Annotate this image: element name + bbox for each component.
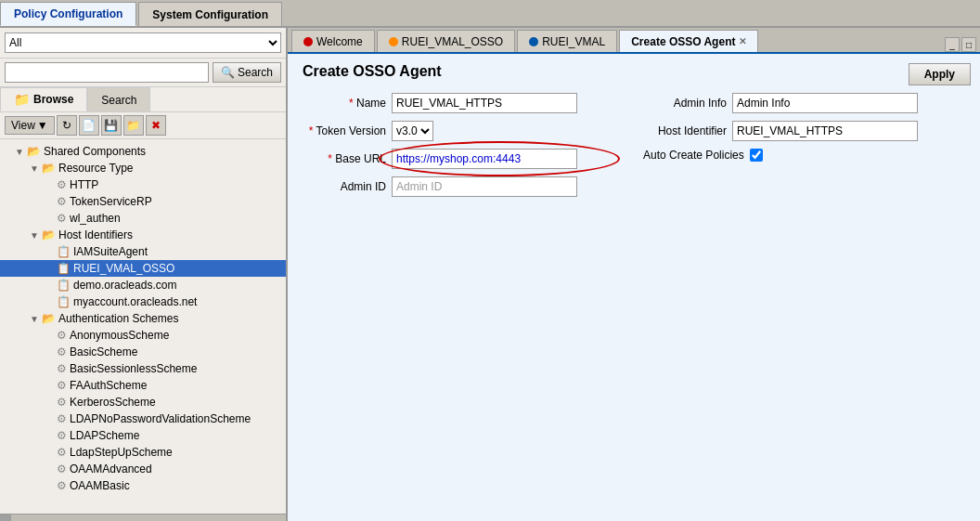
filter-select[interactable]: All [5, 33, 281, 53]
tree-node[interactable]: ⚙HTTP [0, 176, 286, 193]
chevron-down-icon: ▼ [37, 119, 48, 132]
search-row: 🔍 Search [0, 59, 286, 87]
document-icon: 📋 [57, 279, 71, 292]
folder-icon: 📂 [42, 228, 56, 241]
delete-button[interactable]: ✖ [146, 115, 166, 136]
refresh-button[interactable]: ↻ [57, 115, 77, 136]
folder-icon: 📂 [27, 145, 41, 158]
tree-container[interactable]: ▼📂Shared Components▼📂Resource Type ⚙HTTP… [0, 139, 286, 514]
ruei-vmal-tab-icon [529, 37, 538, 46]
base-url-input[interactable] [392, 149, 577, 169]
tree-node-label: Shared Components [44, 145, 146, 158]
tree-node[interactable]: ▼📂Shared Components [0, 143, 286, 160]
tree-node-label: Host Identifiers [58, 228, 133, 241]
tab-system-configuration[interactable]: System Configuration [138, 2, 282, 26]
admin-info-row: Admin Info [643, 93, 965, 113]
document-icon: 📋 [57, 262, 71, 275]
folder-icon: 📁 [14, 92, 30, 107]
name-label: Name [303, 97, 386, 110]
resize-handle[interactable] [0, 514, 11, 522]
tab-create-osso-agent[interactable]: Create OSSO Agent ✕ [619, 30, 758, 52]
admin-info-label: Admin Info [643, 97, 727, 110]
document-icon: 📋 [57, 295, 71, 308]
tree-node[interactable]: ▼📂Authentication Schemes [0, 310, 286, 327]
auto-create-row: Auto Create Policies [643, 149, 965, 162]
tree-node-label: BasicSessionlessScheme [70, 362, 197, 375]
host-identifier-input[interactable] [732, 121, 918, 141]
auto-create-checkbox[interactable] [750, 149, 763, 162]
new-folder-button[interactable]: 📁 [123, 115, 144, 136]
gear-icon: ⚙ [57, 329, 67, 342]
view-button[interactable]: View ▼ [5, 116, 55, 135]
tree-node-label: myaccount.oracleads.net [73, 295, 197, 308]
tree-node[interactable]: 📋myaccount.oracleads.net [0, 293, 286, 310]
tab-close-icon[interactable]: ✕ [739, 36, 746, 46]
tree-node-label: LDAPScheme [70, 429, 139, 442]
page-title: Create OSSO Agent [303, 63, 965, 80]
main-container: All 🔍 Search 📁 Browse Search View [0, 28, 980, 521]
search-button[interactable]: 🔍 Search [213, 62, 281, 83]
tree-node[interactable]: ⚙TokenServiceRP [0, 193, 286, 210]
tree-node[interactable]: ⚙BasicScheme [0, 344, 286, 360]
tree-node[interactable]: ⚙LDAPScheme [0, 427, 286, 444]
form-right: Admin Info Host Identifier Auto Create P… [643, 93, 965, 197]
expand-icon: ▼ [15, 147, 24, 157]
tree-node[interactable]: ⚙LDAPNoPasswordValidationScheme [0, 410, 286, 427]
left-panel: All 🔍 Search 📁 Browse Search View [0, 28, 288, 521]
tree-node[interactable]: ⚙wl_authen [0, 210, 286, 227]
tree-node[interactable]: ⚙OAAMBasic [0, 477, 286, 494]
tree-node[interactable]: ▼📂Host Identifiers [0, 227, 286, 243]
tab-browse[interactable]: 📁 Browse [0, 87, 87, 111]
tree-node[interactable]: ⚙KerberosScheme [0, 394, 286, 410]
tree-node-label: TokenServiceRP [70, 195, 152, 208]
tab-search[interactable]: Search [87, 87, 150, 111]
tree-node[interactable]: 📋RUEI_VMAL_OSSO [0, 260, 286, 277]
base-url-wrapper [392, 149, 577, 169]
expand-icon: ▼ [30, 230, 39, 241]
ruei-osso-tab-icon [389, 37, 398, 46]
name-row: Name [303, 93, 625, 113]
gear-icon: ⚙ [57, 212, 67, 225]
tree-node[interactable]: 📋demo.oracleads.com [0, 277, 286, 293]
right-panel: Welcome RUEI_VMAL_OSSO RUEI_VMAL Create … [288, 28, 980, 521]
apply-button[interactable]: Apply [909, 63, 971, 85]
tree-node[interactable]: ⚙AnonymousScheme [0, 327, 286, 344]
name-input[interactable] [392, 93, 577, 113]
admin-id-row: Admin ID [303, 176, 625, 197]
token-version-select[interactable]: v3.0 [392, 121, 433, 141]
tree-node[interactable]: 📋IAMSuiteAgent [0, 243, 286, 260]
tree-node-label: HTTP [70, 178, 98, 191]
folder-icon: 📂 [42, 312, 56, 325]
admin-id-input[interactable] [392, 176, 577, 197]
minimize-button[interactable]: _ [945, 37, 960, 52]
tree-node[interactable]: ⚙FAAuthScheme [0, 377, 286, 394]
tree-node-label: FAAuthScheme [70, 379, 147, 392]
tree-node-label: RUEI_VMAL_OSSO [73, 262, 174, 275]
save-button[interactable]: 💾 [101, 115, 122, 136]
tree-node[interactable]: ⚙OAAMAdvanced [0, 461, 286, 477]
tree-node[interactable]: ⚙LdapStepUpScheme [0, 444, 286, 461]
tab-ruei-vmal[interactable]: RUEI_VMAL [517, 30, 617, 52]
gear-icon: ⚙ [57, 479, 67, 492]
tab-ruei-vmal-osso[interactable]: RUEI_VMAL_OSSO [377, 30, 515, 52]
restore-button[interactable]: □ [961, 37, 976, 52]
tree-node-label: BasicScheme [70, 345, 137, 358]
tree-node[interactable]: ▼📂Resource Type [0, 160, 286, 176]
admin-info-input[interactable] [732, 93, 918, 113]
tree-toolbar: View ▼ ↻ 📄 💾 📁 ✖ [0, 112, 286, 139]
tree-node-label: IAMSuiteAgent [73, 245, 148, 258]
tab-policy-configuration[interactable]: Policy Configuration [0, 2, 136, 26]
auto-create-label: Auto Create Policies [643, 149, 744, 162]
search-input[interactable] [5, 62, 209, 83]
bottom-strip [0, 514, 286, 521]
new-icon: 📄 [82, 119, 96, 132]
tree-node-label: demo.oracleads.com [73, 279, 176, 292]
new-button[interactable]: 📄 [79, 115, 99, 136]
tree-node-label: AnonymousScheme [70, 329, 169, 342]
host-identifier-row: Host Identifier [643, 121, 965, 141]
gear-icon: ⚙ [57, 462, 67, 475]
gear-icon: ⚙ [57, 446, 67, 459]
tab-welcome[interactable]: Welcome [291, 30, 375, 52]
right-content: Apply Create OSSO Agent Name Token Versi… [288, 54, 980, 521]
tree-node[interactable]: ⚙BasicSessionlessScheme [0, 360, 286, 377]
